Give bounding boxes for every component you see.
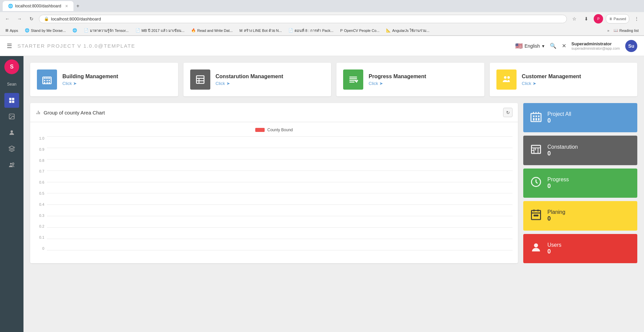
hamburger-menu[interactable]: ☰	[7, 42, 12, 50]
user-name: Superadministrator	[572, 41, 620, 46]
svg-point-49	[536, 215, 537, 216]
svg-rect-34	[533, 118, 535, 121]
bookmark-apps[interactable]: ⊞Apps	[3, 28, 21, 33]
sidebar-item-person[interactable]	[4, 125, 19, 140]
chart-body: County Bound 1.0 0.9 0.8 0.7 0.6 0.5 0.4	[30, 122, 518, 263]
building-management-link[interactable]: Click ➤	[62, 81, 118, 86]
close-search-button[interactable]: ✕	[562, 43, 566, 49]
construction-management-card[interactable]: Constarution Management Click ➤	[183, 63, 331, 96]
sidebar-search-label[interactable]: Sean	[3, 78, 21, 90]
menu-button[interactable]: ⋮	[632, 14, 641, 23]
svg-point-9	[12, 163, 14, 164]
top-bar: ☰ STARTER PROJECT V 1.0.0@TEMPLATE 🇺🇸 En…	[0, 36, 644, 56]
bookmark-1[interactable]: 🌐 Stand by Me Dorae...	[22, 28, 68, 33]
stat-card-construction[interactable]: Constarution 0	[523, 136, 637, 165]
bookmark-6[interactable]: M สร้าง LINE Bot ด้วย N...	[237, 27, 284, 34]
stat-card-progress[interactable]: Progress 0	[523, 169, 637, 198]
grid-line	[47, 227, 513, 228]
profile-button[interactable]: P	[594, 14, 603, 23]
y-tick-8: 0.2	[39, 224, 44, 228]
paused-button[interactable]: ⏸ Paused	[606, 14, 629, 23]
bookmark-7[interactable]: 📄 ตอนที่ 8 : การทำ Pack...	[286, 27, 336, 34]
bookmark-8[interactable]: P OpenCV People Co...	[337, 28, 382, 33]
reload-button[interactable]: ↻	[27, 14, 36, 23]
stat-value-construction: 0	[547, 150, 631, 157]
sidebar-item-layers[interactable]	[4, 141, 19, 156]
stat-card-planing[interactable]: Planing 0	[523, 201, 637, 230]
grid-line	[47, 239, 513, 239]
customer-management-card[interactable]: Customer Management Click ➤	[490, 63, 638, 96]
svg-rect-33	[538, 115, 540, 117]
sidebar-item-images[interactable]	[4, 109, 19, 124]
language-selector[interactable]: 🇺🇸 English ▾	[515, 42, 544, 50]
flag-icon: 🇺🇸	[515, 42, 523, 50]
address-bar[interactable]: 🔒 localhost:8000/dashboard	[39, 15, 567, 23]
svg-rect-17	[196, 76, 204, 84]
grid-line	[47, 136, 513, 137]
back-button[interactable]: ←	[3, 14, 12, 23]
construction-management-info: Constarution Management Click ➤	[216, 74, 283, 86]
legend-color-box	[255, 128, 265, 132]
bookmark-5[interactable]: 🔥 Read and Write Dat...	[189, 28, 235, 33]
reading-list-button[interactable]: 📖 Reading list	[611, 28, 641, 33]
sidebar-item-people[interactable]	[4, 157, 19, 172]
chart-grid	[47, 136, 513, 250]
bookmark-apps-label: Apps	[10, 29, 18, 33]
svg-rect-3	[12, 101, 14, 103]
stat-info-project: Project All 0	[547, 111, 631, 124]
bottom-row: Group of county Area Chart ↻ County Boun…	[30, 103, 637, 263]
project-all-icon	[530, 110, 542, 125]
tab-label: localhost:8000/dashboard	[15, 4, 61, 8]
language-label: English	[525, 43, 540, 49]
stat-value-users: 0	[547, 248, 631, 255]
svg-point-6	[11, 130, 13, 133]
y-tick-5: 0.5	[39, 191, 44, 195]
grid-line	[47, 148, 513, 148]
user-info: Superadministrator superadministrator@ap…	[572, 41, 620, 50]
legend-label: County Bound	[267, 128, 293, 132]
bookmark-4[interactable]: 📄 MB ปี 2017 แล้ว มาเขียน...	[133, 27, 187, 34]
customer-management-title: Customer Management	[522, 74, 581, 80]
y-tick-0: 1.0	[39, 136, 44, 140]
bookmark-button[interactable]: ☆	[570, 14, 579, 23]
svg-rect-32	[536, 115, 537, 117]
sidebar: S Sean	[0, 56, 23, 332]
building-management-card[interactable]: Building Management Click ➤	[30, 63, 178, 96]
svg-point-50	[537, 215, 538, 216]
app-title: STARTER PROJECT V 1.0.0@TEMPLATE	[17, 43, 136, 49]
customer-icon-box	[496, 69, 517, 90]
construction-management-link[interactable]: Click ➤	[216, 81, 283, 86]
chart-refresh-button[interactable]: ↻	[503, 108, 513, 117]
stat-card-users[interactable]: Users 0	[523, 234, 637, 263]
browser-tab[interactable]: 🌐 localhost:8000/dashboard ✕	[3, 1, 73, 11]
svg-rect-36	[538, 118, 540, 121]
sidebar-avatar[interactable]: S	[4, 59, 19, 74]
user-avatar[interactable]: Su	[625, 40, 637, 52]
bookmark-9[interactable]: 📐 AngularJs ใช้งานร่วม...	[383, 27, 432, 34]
bookmarks-bar: ⊞Apps 🌐 Stand by Me Dorae... 🌐 📄 มาหาควา…	[0, 26, 644, 36]
bookmark-2[interactable]: 🌐	[70, 28, 80, 33]
app-wrapper: ☰ STARTER PROJECT V 1.0.0@TEMPLATE 🇺🇸 En…	[0, 36, 644, 332]
grid-line	[47, 193, 513, 193]
forward-button[interactable]: →	[15, 14, 24, 23]
chart-title: Group of county Area Chart	[36, 110, 105, 115]
stat-info-progress: Progress 0	[547, 177, 631, 190]
chart-panel: Group of county Area Chart ↻ County Boun…	[30, 103, 518, 263]
svg-point-48	[534, 215, 535, 216]
top-bar-right: 🇺🇸 English ▾ 🔍 ✕ Superadministrator supe…	[515, 40, 637, 52]
search-button[interactable]: 🔍	[550, 43, 556, 49]
stat-card-project-all[interactable]: Project All 0	[523, 103, 637, 132]
lang-chevron-icon: ▾	[542, 43, 544, 49]
progress-management-link[interactable]: Click ➤	[369, 81, 426, 86]
svg-rect-37	[532, 145, 541, 153]
svg-rect-13	[49, 80, 50, 81]
extension-button[interactable]: ⬇	[582, 14, 591, 23]
progress-management-card[interactable]: Progress Management Click ➤	[336, 63, 484, 96]
svg-rect-15	[47, 82, 48, 84]
customer-management-link[interactable]: Click ➤	[522, 81, 581, 86]
browser-toolbar: ← → ↻ 🔒 localhost:8000/dashboard ☆ ⬇ P ⏸…	[0, 12, 644, 26]
bookmark-3[interactable]: 📄 มาหาความรู้จัก Tensor...	[81, 27, 131, 34]
sidebar-item-dashboard[interactable]	[4, 93, 19, 108]
planing-stat-icon	[530, 208, 542, 223]
grid-line	[47, 216, 513, 216]
